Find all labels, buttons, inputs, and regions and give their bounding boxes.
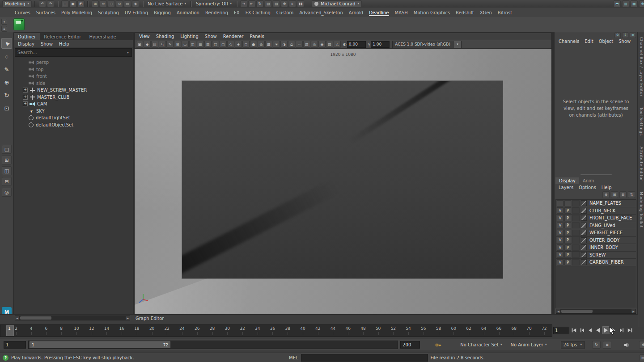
expand-toggle[interactable] bbox=[23, 116, 27, 120]
layer-visibility-toggle[interactable]: V bbox=[557, 244, 564, 251]
shelf-tab[interactable]: Rigging bbox=[154, 9, 171, 16]
shadows-icon[interactable]: ◑ bbox=[280, 41, 288, 48]
delete-layer-icon[interactable]: ⊟ bbox=[619, 191, 627, 198]
snap-to-projected-center-icon[interactable]: ⊙ bbox=[116, 0, 123, 7]
select-by-hierarchy-icon[interactable]: ⬚ bbox=[61, 0, 68, 7]
shelf-tab[interactable]: Curves bbox=[15, 9, 30, 16]
expand-toggle[interactable] bbox=[23, 60, 27, 64]
layer-display-type-toggle[interactable] bbox=[572, 237, 580, 243]
exposure-field[interactable] bbox=[347, 41, 366, 48]
outliner-item[interactable]: top bbox=[14, 66, 133, 73]
symmetry-dropdown[interactable]: Symmetry: Off ▾ bbox=[195, 1, 233, 6]
playback-range-handle[interactable]: 1 72 bbox=[30, 341, 170, 348]
use-all-lights-icon[interactable]: ☀ bbox=[273, 41, 280, 48]
layer-display-type-toggle[interactable] bbox=[572, 230, 580, 236]
frame-all-icon[interactable]: ◇ bbox=[227, 41, 234, 48]
horizontal-scrollbar[interactable]: ◀ ▶ bbox=[556, 309, 636, 314]
menu-item[interactable]: Edit bbox=[585, 39, 593, 44]
search-filter-chevron-icon[interactable]: ▾ bbox=[124, 51, 131, 55]
loop-playback-icon[interactable]: ↻ bbox=[592, 341, 601, 349]
layer-display-type-toggle[interactable] bbox=[572, 207, 580, 214]
pane-tab[interactable]: Hypershade bbox=[85, 33, 120, 40]
layer-row[interactable]: V P FRONT_CLUB_FACE bbox=[556, 215, 636, 222]
menu-item[interactable]: Channels bbox=[559, 39, 579, 44]
scroll-left-icon[interactable]: ◀ bbox=[556, 309, 560, 313]
layer-playback-toggle[interactable]: P bbox=[564, 207, 571, 214]
sidebar-tab[interactable]: Channel Box / Layer Editor bbox=[639, 37, 644, 97]
bookmarks-icon[interactable]: ◆ bbox=[144, 41, 151, 48]
channel-options-icon[interactable]: ≡ bbox=[630, 32, 636, 38]
outliner-item[interactable]: defaultObjectSet bbox=[14, 122, 133, 129]
layer-playback-toggle[interactable]: P bbox=[564, 215, 571, 221]
shelf-tab[interactable]: Sculpting bbox=[98, 9, 119, 16]
layer-display-type-toggle[interactable] bbox=[572, 252, 580, 258]
four-pane-layout-button[interactable]: ⊞ bbox=[2, 156, 12, 164]
depth-of-field-icon[interactable]: ◎ bbox=[311, 41, 318, 48]
select-by-component-icon[interactable]: ◩ bbox=[77, 0, 85, 7]
lasso-tool[interactable]: ◌ bbox=[1, 51, 12, 62]
screen-space-ao-icon[interactable]: ◒ bbox=[288, 41, 295, 48]
layer-color-swatch[interactable] bbox=[581, 237, 587, 243]
make-object-live-icon[interactable]: ◈ bbox=[132, 0, 139, 7]
search-input[interactable] bbox=[15, 50, 124, 55]
scroll-thumb[interactable] bbox=[561, 310, 593, 313]
xray-joints-icon[interactable]: △ bbox=[334, 41, 341, 48]
animation-end-field[interactable] bbox=[400, 341, 420, 349]
viewport-canvas[interactable]: 1920 x 1080 bbox=[135, 49, 551, 315]
layer-playback-toggle[interactable]: P bbox=[564, 237, 571, 243]
layer-color-swatch[interactable] bbox=[581, 200, 587, 206]
rotate-tool[interactable]: ↻ bbox=[1, 90, 12, 101]
layer-visibility-toggle[interactable]: V bbox=[557, 237, 564, 243]
layer-row[interactable]: V P OUTER_BODY bbox=[556, 237, 636, 244]
snap-to-point-icon[interactable]: ◌ bbox=[108, 0, 115, 7]
layer-visibility-toggle[interactable]: V bbox=[557, 207, 564, 214]
render-settings-icon[interactable]: ☸ bbox=[281, 0, 288, 7]
layer-row[interactable]: V P INNER_BODY bbox=[556, 244, 636, 252]
scroll-track[interactable] bbox=[560, 309, 631, 313]
move-tool[interactable]: ⊕ bbox=[1, 77, 12, 88]
snap-to-grid-icon[interactable]: ⊞ bbox=[92, 0, 99, 7]
step-back-frame-button[interactable] bbox=[578, 326, 585, 334]
mute-icon[interactable] bbox=[623, 341, 631, 349]
channel-sliders-icon[interactable]: ↕ bbox=[622, 32, 628, 38]
sort-layers-icon[interactable]: ⇅ bbox=[628, 191, 635, 198]
safe-title-icon[interactable]: ▢ bbox=[220, 41, 227, 48]
layer-visibility-toggle[interactable]: V bbox=[557, 252, 564, 258]
select-tool[interactable]: ▶ bbox=[1, 38, 12, 49]
menu-item[interactable]: Shading bbox=[156, 34, 174, 39]
shelf-tab-selector-icon[interactable]: ▾ bbox=[1, 19, 7, 25]
outliner-item[interactable]: + MASTER_CLUB bbox=[14, 94, 133, 101]
grease-pencil-icon[interactable]: ✎ bbox=[166, 41, 174, 48]
shelf-tab[interactable]: Deadline bbox=[369, 9, 389, 16]
sidebar-tab[interactable]: Modeling Toolkit bbox=[639, 192, 644, 228]
new-empty-layer-icon[interactable]: ⊕ bbox=[602, 191, 610, 198]
pause-icon[interactable]: ▮▮ bbox=[297, 0, 304, 7]
safe-action-icon[interactable]: □ bbox=[212, 41, 219, 48]
layer-color-swatch[interactable] bbox=[581, 252, 587, 258]
current-time-indicator[interactable]: 1 bbox=[6, 325, 14, 336]
shelf-tab[interactable]: Bifrost bbox=[498, 9, 512, 16]
command-language-toggle[interactable]: MEL bbox=[289, 355, 298, 360]
layer-row[interactable]: V P CARBON_FIBER bbox=[556, 259, 636, 266]
camera-attributes-icon[interactable]: ▣ bbox=[136, 41, 143, 48]
layer-display-type-toggle[interactable] bbox=[572, 215, 580, 221]
step-back-key-button[interactable] bbox=[586, 326, 593, 334]
scale-tool[interactable]: ⊡ bbox=[1, 103, 12, 114]
render-frame-icon[interactable]: ▧ bbox=[265, 0, 272, 7]
snap-to-curve-icon[interactable]: ≈ bbox=[100, 0, 107, 7]
expand-toggle[interactable]: + bbox=[23, 95, 28, 100]
panel-layout-icon[interactable]: ▦ bbox=[631, 0, 638, 7]
isolate-select-icon[interactable]: ◉ bbox=[318, 41, 326, 48]
range-slider-track[interactable]: 1 72 bbox=[28, 341, 398, 349]
motion-blur-icon[interactable]: ≈ bbox=[296, 41, 303, 48]
outliner-item[interactable]: + CAM bbox=[14, 101, 133, 108]
preferences-icon[interactable]: ☸ bbox=[639, 0, 644, 7]
menu-item[interactable]: Options bbox=[579, 185, 596, 190]
scroll-left-icon[interactable]: ◀ bbox=[15, 316, 19, 320]
snap-to-view-plane-icon[interactable]: ▭ bbox=[124, 0, 131, 7]
menu-item[interactable]: Lighting bbox=[180, 34, 198, 39]
layer-visibility-toggle[interactable]: V bbox=[557, 259, 564, 265]
menu-item[interactable]: Show bbox=[205, 34, 217, 39]
select-by-object-icon[interactable]: ▣ bbox=[69, 0, 76, 7]
menu-item[interactable]: View bbox=[139, 34, 150, 39]
